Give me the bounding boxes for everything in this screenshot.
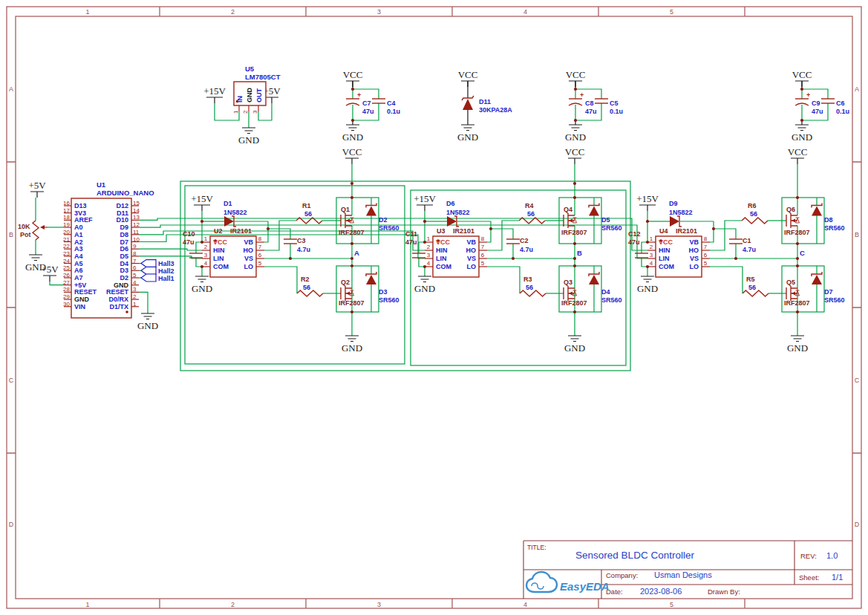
cap-value: 47u bbox=[812, 108, 823, 115]
frame-col-label: 3 bbox=[377, 601, 381, 608]
driver-part: IR2101 bbox=[230, 227, 252, 235]
pin-name: HO bbox=[689, 247, 699, 254]
pin-number: 5 bbox=[133, 272, 137, 279]
title-label: TITLE: bbox=[527, 544, 546, 551]
junction-dot bbox=[800, 88, 803, 91]
driver-part: IR2101 bbox=[676, 227, 697, 235]
diode-value: 1N5822 bbox=[446, 209, 470, 216]
frame-row-label: C bbox=[9, 377, 14, 384]
cap-ref: C4 bbox=[387, 100, 396, 107]
cap-ref: C3 bbox=[297, 237, 306, 244]
mosfet-ref: Q5 bbox=[786, 279, 795, 286]
pin-name: A7 bbox=[74, 274, 83, 282]
net-port-hall[interactable]: Hall1 bbox=[141, 274, 174, 282]
junction-dot bbox=[351, 88, 354, 91]
pin-number: 6 bbox=[704, 252, 708, 258]
mosfet-part: IRF2807 bbox=[339, 229, 365, 236]
pin-number: 15 bbox=[133, 200, 140, 206]
cap-ref: C2 bbox=[520, 237, 529, 244]
net-flag-vcc-label: VCC bbox=[792, 69, 812, 80]
net-flag-15v-label: +15V bbox=[636, 193, 659, 204]
frame-row-label: D bbox=[9, 521, 14, 528]
pin-name: COM bbox=[213, 263, 229, 270]
diode-ref: D9 bbox=[669, 200, 678, 207]
pin-number: 18 bbox=[63, 214, 70, 221]
cap-ref: C9 bbox=[812, 100, 820, 107]
pin-name: D10 bbox=[116, 216, 128, 224]
pin-number: 27 bbox=[63, 279, 70, 286]
cap-value: 4.7u bbox=[520, 246, 533, 253]
cap-ref: C1 bbox=[743, 237, 751, 244]
resistor-value: 56 bbox=[526, 284, 533, 291]
diode-ref: D3 bbox=[379, 288, 388, 296]
junction-dot bbox=[350, 196, 353, 199]
cap-value: 47u bbox=[183, 238, 195, 246]
frame-row-label: B bbox=[9, 231, 13, 238]
gnd-label: GND bbox=[25, 261, 46, 273]
gnd-label: GND bbox=[637, 283, 658, 294]
pin-name: HIN bbox=[659, 247, 670, 254]
hall-flag-label: Hall3 bbox=[158, 260, 174, 267]
gnd-label: GND bbox=[238, 134, 259, 146]
pin-name: D0/RX bbox=[108, 296, 128, 303]
pin-number: 6 bbox=[481, 252, 485, 258]
phase-net-label: B bbox=[577, 249, 582, 257]
hall-flag-label: Hall1 bbox=[158, 275, 174, 282]
mosfet-ref: Q6 bbox=[786, 206, 795, 213]
pin-name: D6 bbox=[120, 245, 128, 253]
diode-part: SR560 bbox=[601, 224, 622, 232]
frame-row-label: A bbox=[855, 85, 859, 93]
pin-number: 4 bbox=[133, 279, 137, 286]
diode-ref: D1 bbox=[223, 200, 232, 207]
gnd-label: GND bbox=[564, 342, 585, 354]
diode-ref: D6 bbox=[446, 200, 455, 207]
pin-number: 30 bbox=[63, 301, 70, 308]
resistor-ref: R4 bbox=[525, 202, 534, 209]
pin-number: 1 bbox=[427, 235, 431, 242]
gnd-label: GND bbox=[414, 283, 435, 294]
mosfet-ref: Q3 bbox=[564, 279, 572, 286]
pin-number: 5 bbox=[481, 260, 485, 267]
u5-ref: U5 bbox=[245, 65, 255, 73]
pin-number: 7 bbox=[258, 244, 262, 250]
pin-number: 2 bbox=[650, 244, 653, 250]
net-port-hall[interactable]: Hall3 bbox=[141, 260, 174, 268]
pin-name: D12 bbox=[116, 202, 128, 209]
junction-dot bbox=[646, 241, 649, 244]
pin-name: D11 bbox=[117, 209, 128, 217]
pin-name: D3 bbox=[120, 267, 128, 274]
junction-dot bbox=[800, 119, 803, 122]
mosfet-ref: Q2 bbox=[341, 279, 350, 286]
pin-name: VIN bbox=[74, 303, 85, 310]
pin-name: LO bbox=[467, 263, 477, 270]
pin-number: 10 bbox=[133, 236, 140, 243]
schematic-canvas[interactable]: 1122334455AABBCCDD Hall3Hall2Hall1+C747u… bbox=[0, 0, 868, 615]
pin-name: VB bbox=[689, 238, 699, 246]
pin-name: VB bbox=[466, 238, 476, 246]
gnd-label: GND bbox=[192, 283, 212, 294]
junction-dot bbox=[573, 310, 576, 313]
pin-name: GND bbox=[74, 296, 90, 303]
frame-col-label: 3 bbox=[377, 8, 381, 16]
pin-name: A3 bbox=[74, 245, 83, 253]
net-flag-15v-label: +15V bbox=[414, 193, 436, 204]
net-flag-vcc-label: VCC bbox=[565, 146, 585, 157]
pin-number: 28 bbox=[63, 286, 70, 293]
pin-number: 4 bbox=[204, 260, 208, 267]
frame-col-label: 5 bbox=[670, 8, 673, 16]
junction-dot bbox=[350, 182, 353, 185]
pin-number: 8 bbox=[704, 235, 708, 242]
pin-number: 3 bbox=[252, 110, 258, 114]
diode-part: SR560 bbox=[601, 296, 622, 304]
diode-value: 1N5822 bbox=[669, 209, 693, 216]
pin-name: 3V3 bbox=[74, 209, 86, 217]
frame-col-label: 4 bbox=[523, 601, 527, 608]
pin-name: HIN bbox=[436, 247, 448, 254]
pin-name: D7 bbox=[120, 238, 128, 246]
driver-ref: U3 bbox=[437, 227, 446, 235]
pin-name: D13 bbox=[74, 202, 87, 209]
net-port-hall[interactable]: Hall2 bbox=[141, 267, 174, 275]
resistor-value: 56 bbox=[304, 210, 312, 218]
pin-number: 16 bbox=[63, 200, 70, 206]
pin-number: 7 bbox=[133, 258, 137, 264]
